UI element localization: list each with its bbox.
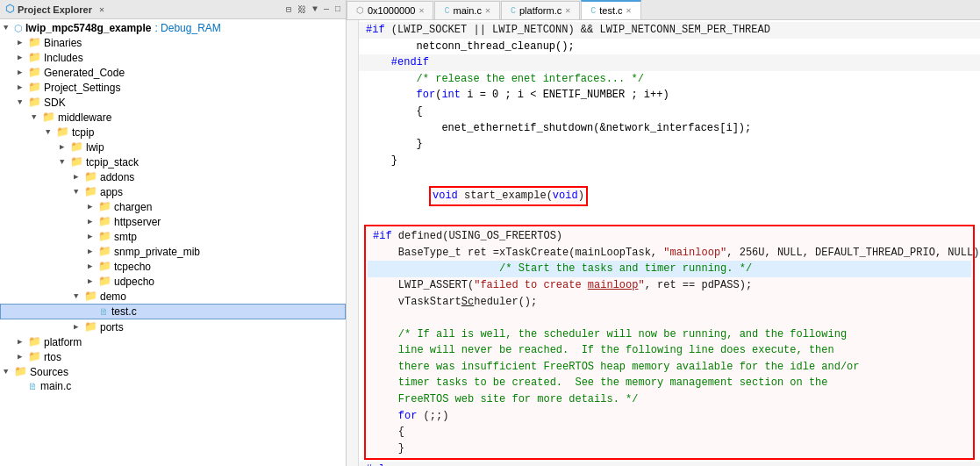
project-tree: ▼ ⬡ lwip_mpc5748g_example : Debug_RAM ▶ … — [0, 19, 346, 466]
tree-item-binaries[interactable]: ▶ 📁 Binaries — [0, 35, 346, 50]
collapse-all-icon[interactable]: ⊟ — [286, 4, 291, 15]
code-editor-area: #if (LWIP_SOCKET || LWIP_NETCONN) && LWI… — [347, 20, 980, 466]
apps-label: apps — [100, 186, 123, 198]
tree-item-middleware[interactable]: ▼ 📁 middleware — [0, 110, 346, 125]
tree-item-udpecho[interactable]: ▶ 📁 udpecho — [0, 274, 346, 289]
tab-close-icon[interactable]: ✕ — [485, 5, 490, 16]
tree-item-tcpecho[interactable]: ▶ 📁 tcpecho — [0, 259, 346, 274]
expand-arrow: ▼ — [60, 158, 70, 167]
code-line: there was insufficient FreeRTOS heap mem… — [368, 359, 971, 376]
link-icon[interactable]: ⛓ — [297, 4, 306, 15]
folder-icon: 📁 — [28, 335, 41, 348]
tree-item-lwip[interactable]: ▶ 📁 lwip — [0, 140, 346, 154]
code-line: /* If all is well, the scheduler will no… — [368, 326, 971, 343]
project-explorer-header: ⬡ Project Explorer ✕ ⊟ ⛓ ▼ — □ — [0, 0, 346, 19]
expand-arrow: ▼ — [32, 113, 42, 122]
tab-test-c[interactable]: C test.c ✕ — [581, 0, 640, 19]
tree-item-main-c[interactable]: 🗎 main.c — [0, 379, 346, 393]
folder-icon: 📁 — [98, 215, 111, 228]
close-icon[interactable]: ✕ — [99, 4, 104, 15]
expand-arrow: ▶ — [88, 262, 98, 271]
editor-tab-bar: ⬡ 0x1000000 ✕ C main.c ✕ C platform.c ✕ … — [347, 0, 980, 20]
tree-item-project-settings[interactable]: ▶ 📁 Project_Settings — [0, 80, 346, 95]
tab-main-c-label: main.c — [454, 5, 482, 16]
maximize-icon[interactable]: □ — [335, 4, 340, 15]
code-line: timer tasks to be created. See the memor… — [368, 375, 971, 391]
tree-item-tcpip-stack[interactable]: ▼ 📁 tcpip_stack — [0, 154, 346, 169]
code-line: /* Start the tasks and timer running. */ — [368, 261, 971, 277]
code-line: #if (LWIP_SOCKET || LWIP_NETCONN) && LWI… — [359, 22, 980, 39]
tree-item-sources[interactable]: ▼ 📁 Sources — [0, 364, 346, 379]
tree-item-platform[interactable]: ▶ 📁 platform — [0, 334, 346, 349]
code-gutter — [347, 20, 359, 466]
tree-item-ports[interactable]: ▶ 📁 ports — [0, 319, 346, 334]
tab-close-icon[interactable]: ✕ — [418, 5, 424, 16]
project-explorer-title: Project Explorer — [18, 4, 92, 15]
tree-item-test-c[interactable]: 🗎 test.c — [0, 304, 346, 319]
folder-icon: 📁 — [70, 155, 83, 168]
code-line: enet_ethernetif_shutdown(&network_interf… — [359, 120, 980, 137]
tree-item-snmp-private-mib[interactable]: ▶ 📁 snmp_private_mib — [0, 244, 346, 259]
main-c-label: main.c — [40, 380, 71, 392]
code-line: { — [359, 104, 980, 120]
snmp-private-mib-label: snmp_private_mib — [114, 246, 200, 258]
code-line: LWIP_ASSERT("failed to create mainloop",… — [368, 277, 971, 294]
code-line: vTaskStartScheduler(); — [368, 294, 971, 311]
c-file-icon: C — [444, 6, 449, 16]
tab-platform-c[interactable]: C platform.c ✕ — [501, 1, 580, 19]
expand-arrow: ▶ — [88, 202, 98, 211]
tcpip-label: tcpip — [72, 126, 94, 139]
file-icon: 🗎 — [99, 306, 109, 318]
expand-arrow: ▶ — [18, 53, 28, 62]
folder-icon: 📁 — [28, 51, 41, 64]
tree-item-apps[interactable]: ▼ 📁 apps — [0, 184, 346, 199]
project-settings-label: Project_Settings — [44, 82, 120, 94]
folder-icon: 📁 — [28, 36, 41, 49]
binaries-label: Binaries — [44, 37, 82, 49]
minimize-icon[interactable]: — — [324, 4, 329, 15]
tab-close-icon[interactable]: ✕ — [626, 5, 632, 16]
expand-arrow: ▶ — [88, 232, 98, 241]
expand-arrow: ▼ — [4, 368, 14, 376]
tab-main-c[interactable]: C main.c ✕ — [434, 1, 499, 19]
tree-item-includes[interactable]: ▶ 📁 Includes — [0, 50, 346, 65]
expand-arrow: ▶ — [88, 217, 98, 226]
c-file-icon: C — [590, 6, 596, 16]
tab-0x1000000[interactable]: ⬡ 0x1000000 ✕ — [347, 1, 433, 19]
tab-close-icon[interactable]: ✕ — [565, 5, 570, 16]
tree-item-addons[interactable]: ▶ 📁 addons — [0, 169, 346, 184]
tree-item-httpserver[interactable]: ▶ 📁 httpserver — [0, 214, 346, 229]
code-line: #else — [359, 462, 980, 466]
project-explorer-panel: ⬡ Project Explorer ✕ ⊟ ⛓ ▼ — □ ▼ ⬡ lwip_… — [0, 0, 347, 466]
expand-arrow: ▶ — [88, 276, 98, 286]
tree-item-generated-code[interactable]: ▶ 📁 Generated_Code — [0, 65, 346, 80]
tree-item-chargen[interactable]: ▶ 📁 chargen — [0, 199, 346, 214]
expand-arrow: ▶ — [18, 68, 28, 77]
folder-icon: 📁 — [98, 275, 111, 288]
folder-icon: 📁 — [14, 365, 27, 378]
code-editor-panel: ⬡ 0x1000000 ✕ C main.c ✕ C platform.c ✕ … — [347, 0, 980, 466]
tree-item-sdk[interactable]: ▼ 📁 SDK — [0, 95, 346, 110]
code-line: #endif — [359, 54, 980, 71]
c-file-icon: C — [511, 6, 516, 16]
code-line: #if defined(USING_OS_FREERTOS) — [368, 228, 971, 245]
folder-icon: 📁 — [98, 230, 111, 243]
expand-arrow: ▶ — [88, 247, 98, 256]
folder-icon: 📁 — [84, 170, 97, 183]
tree-item-tcpip[interactable]: ▼ 📁 tcpip — [0, 125, 346, 140]
tree-item-project-root[interactable]: ▼ ⬡ lwip_mpc5748g_example : Debug_RAM — [0, 21, 346, 35]
folder-icon: 📁 — [28, 81, 41, 94]
highlighted-section: #if defined(USING_OS_FREERTOS) BaseType_… — [364, 225, 975, 460]
tab-platform-c-label: platform.c — [519, 5, 562, 16]
folder-icon: 📁 — [98, 245, 111, 258]
middleware-label: middleware — [58, 111, 111, 124]
tree-item-rtos[interactable]: ▶ 📁 rtos — [0, 349, 346, 364]
tree-item-demo[interactable]: ▼ 📁 demo — [0, 289, 346, 304]
demo-label: demo — [100, 290, 126, 303]
folder-icon: 📁 — [98, 200, 111, 213]
code-line: } — [359, 153, 980, 169]
tree-item-smtp[interactable]: ▶ 📁 smtp — [0, 229, 346, 244]
file-icon: 🗎 — [28, 381, 38, 392]
project-explorer-title-bar: ⬡ Project Explorer ✕ — [5, 3, 104, 16]
menu-icon[interactable]: ▼ — [312, 4, 318, 15]
